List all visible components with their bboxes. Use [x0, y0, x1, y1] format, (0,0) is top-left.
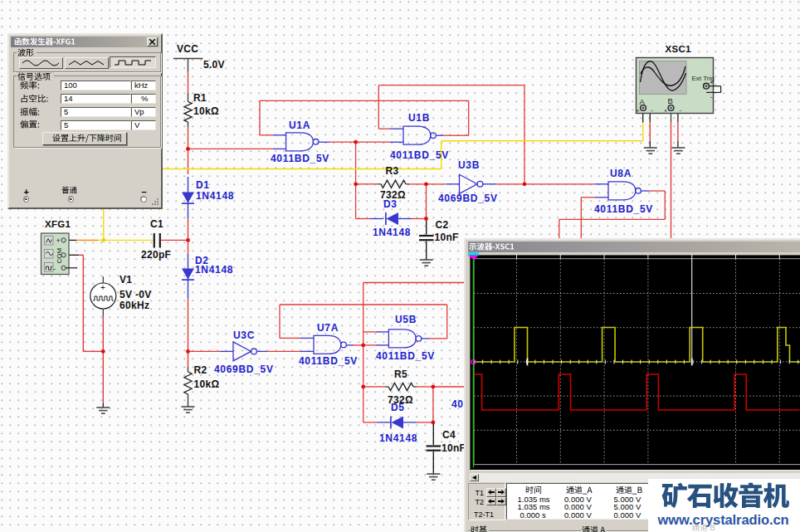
svg-text:C1: C1 [150, 218, 163, 230]
svg-text:60kHz: 60kHz [120, 300, 149, 311]
svg-text:U7A: U7A [317, 322, 339, 334]
svg-text:R1: R1 [193, 92, 207, 104]
svg-text:C4: C4 [442, 429, 456, 441]
svg-text:-: - [53, 265, 56, 273]
svg-text:1N4148: 1N4148 [373, 227, 411, 238]
svg-text:U3B: U3B [458, 159, 480, 171]
svg-text:C2: C2 [436, 219, 449, 231]
svg-text:5V -0V: 5V -0V [120, 289, 152, 300]
svg-text:-: - [710, 93, 713, 100]
svg-text:XSC1: XSC1 [666, 44, 692, 54]
svg-text:4069BD_5V: 4069BD_5V [438, 193, 498, 204]
svg-text:220pF: 220pF [141, 249, 171, 261]
svg-text:U5B: U5B [395, 314, 417, 325]
svg-text:A: A [640, 97, 646, 106]
svg-text:COM: COM [56, 248, 63, 264]
svg-text:40: 40 [451, 398, 464, 410]
svg-text:V1: V1 [120, 274, 132, 286]
svg-text:1N4148: 1N4148 [196, 190, 234, 202]
svg-text:1N4148: 1N4148 [379, 432, 417, 444]
svg-text:D3: D3 [383, 198, 398, 210]
svg-text:4011BD_5V: 4011BD_5V [594, 203, 653, 215]
svg-text:4011BD_5V: 4011BD_5V [271, 153, 329, 164]
svg-text:4011BD_5V: 4011BD_5V [376, 350, 435, 362]
svg-text:U1A: U1A [289, 120, 310, 131]
svg-text:4011BD_5V: 4011BD_5V [299, 355, 358, 367]
svg-text:4011BD_5V: 4011BD_5V [390, 149, 449, 161]
svg-text:D1: D1 [196, 179, 210, 191]
svg-text:-: - [680, 106, 682, 114]
svg-text:-: - [651, 106, 654, 114]
svg-text:+: + [664, 108, 667, 114]
svg-text:4069BD_5V: 4069BD_5V [214, 364, 274, 375]
svg-text:U8A: U8A [610, 168, 632, 179]
svg-text:R3: R3 [386, 165, 399, 177]
svg-text:+: + [710, 80, 713, 85]
svg-text:10kΩ: 10kΩ [194, 378, 220, 390]
svg-text:10nF: 10nF [435, 232, 459, 243]
svg-text:U3C: U3C [233, 329, 255, 341]
svg-text:+: + [637, 108, 640, 114]
svg-text:U1B: U1B [408, 112, 430, 124]
svg-text:VCC: VCC [177, 43, 198, 55]
svg-text:+: + [56, 237, 61, 245]
svg-text:10nF: 10nF [441, 442, 466, 454]
svg-text:R5: R5 [394, 368, 407, 380]
svg-text:10kΩ: 10kΩ [193, 105, 219, 117]
svg-text:+: + [100, 283, 105, 292]
svg-text:XFG1: XFG1 [45, 219, 71, 229]
svg-text:R2: R2 [194, 364, 207, 376]
svg-text:D5: D5 [391, 402, 405, 413]
svg-text:B: B [668, 96, 673, 105]
svg-text:5.0V: 5.0V [203, 59, 225, 71]
svg-text:1N4148: 1N4148 [195, 264, 233, 276]
